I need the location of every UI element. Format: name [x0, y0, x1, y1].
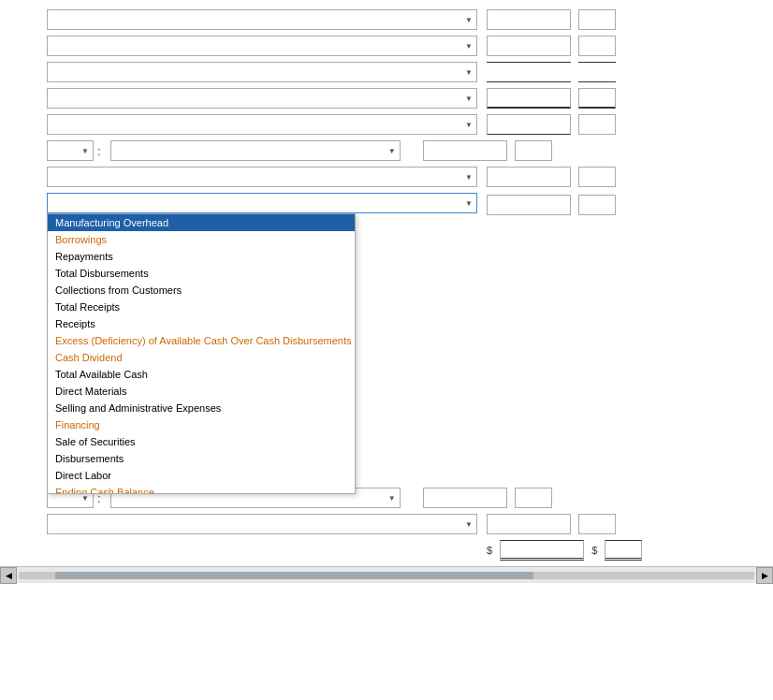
dropdown-row3[interactable]: [47, 62, 477, 82]
input-right6a[interactable]: [487, 167, 571, 187]
dollar-prefix-1: $: [487, 545, 492, 556]
input-right4a[interactable]: [487, 88, 571, 109]
input-right5b[interactable]: [578, 114, 616, 135]
dropdown-item-excess[interactable]: Excess (Deficiency) of Available Cash Ov…: [48, 332, 355, 349]
colon-input-a[interactable]: [423, 140, 507, 161]
input-right5a[interactable]: [487, 114, 571, 135]
bottom-colon-input-b[interactable]: [515, 488, 552, 508]
input-right4b[interactable]: [578, 88, 616, 109]
dropdown-item-total-available[interactable]: Total Available Cash: [48, 366, 355, 383]
dropdown-item-manufacturing[interactable]: Manufacturing Overhead: [48, 214, 355, 231]
colon-select-left[interactable]: [47, 140, 94, 161]
dropdown-row2[interactable]: [47, 36, 477, 56]
dropdown-list: Manufacturing Overhead Borrowings Repaym…: [47, 213, 356, 494]
input-right1a[interactable]: [487, 9, 571, 30]
dropdown-bottom[interactable]: [47, 514, 477, 534]
input-right6b[interactable]: [578, 167, 616, 187]
dropdown-item-repayments[interactable]: Repayments: [48, 248, 355, 265]
input-right2a[interactable]: [487, 36, 571, 56]
input-bottom-a[interactable]: [487, 514, 571, 534]
colon-dropdown-right[interactable]: [110, 140, 401, 161]
dollar-input-2[interactable]: [605, 540, 642, 561]
dollar-input-1[interactable]: [500, 540, 584, 561]
select-row6[interactable]: [47, 167, 477, 187]
dropdown-arrow-icon: ▼: [465, 199, 473, 208]
input-right3b[interactable]: [578, 62, 616, 82]
bottom-colon-input-a[interactable]: [423, 488, 507, 508]
scrollbar-left-arrow[interactable]: ◀: [0, 567, 17, 584]
dropdown-row6[interactable]: [47, 167, 477, 187]
input-open-row-a[interactable]: [487, 195, 571, 215]
scrollbar-right-arrow[interactable]: ▶: [756, 567, 773, 584]
dropdown-item-cash-dividend[interactable]: Cash Dividend: [48, 349, 355, 366]
colon-symbol: :: [97, 144, 101, 158]
select-bottom[interactable]: [47, 514, 477, 534]
dropdown-item-collections[interactable]: Collections from Customers: [48, 282, 355, 299]
dropdown-item-sale-securities[interactable]: Sale of Securities: [48, 433, 355, 450]
dropdown-open-trigger[interactable]: ▼: [47, 193, 477, 213]
dropdown-row5[interactable]: [47, 114, 477, 135]
dropdown-item-direct-materials[interactable]: Direct Materials: [48, 383, 355, 400]
colon-dropdown-left[interactable]: [47, 140, 94, 161]
input-right3a[interactable]: [487, 62, 571, 82]
dropdown-item-receipts[interactable]: Receipts: [48, 315, 355, 332]
dropdown-item-selling-admin[interactable]: Selling and Administrative Expenses: [48, 400, 355, 416]
scrollbar-thumb: [55, 572, 533, 579]
input-open-row-b[interactable]: [578, 195, 616, 215]
select-row5[interactable]: [47, 114, 477, 135]
dropdown-item-total-receipts[interactable]: Total Receipts: [48, 299, 355, 315]
dropdown-item-disbursements[interactable]: Disbursements: [48, 450, 355, 467]
dropdown-item-borrowings[interactable]: Borrowings: [48, 231, 355, 248]
colon-input-b[interactable]: [515, 140, 552, 161]
dropdown-item-direct-labor[interactable]: Direct Labor: [48, 467, 355, 484]
select-row1[interactable]: [47, 9, 477, 30]
dropdown-row1[interactable]: [47, 9, 477, 30]
dropdown-item-total-disbursements[interactable]: Total Disbursements: [48, 265, 355, 282]
dropdown-item-ending-cash[interactable]: Ending Cash Balance: [48, 484, 355, 494]
colon-select-right[interactable]: [110, 140, 401, 161]
input-bottom-b[interactable]: [578, 514, 616, 534]
input-right1b[interactable]: [578, 9, 616, 30]
dollar-prefix-2: $: [591, 545, 597, 556]
select-row4[interactable]: [47, 88, 477, 109]
dropdown-item-financing[interactable]: Financing: [48, 416, 355, 433]
select-row3[interactable]: [47, 62, 477, 82]
select-row2[interactable]: [47, 36, 477, 56]
dropdown-row4[interactable]: [47, 88, 477, 109]
input-right2b[interactable]: [578, 36, 616, 56]
